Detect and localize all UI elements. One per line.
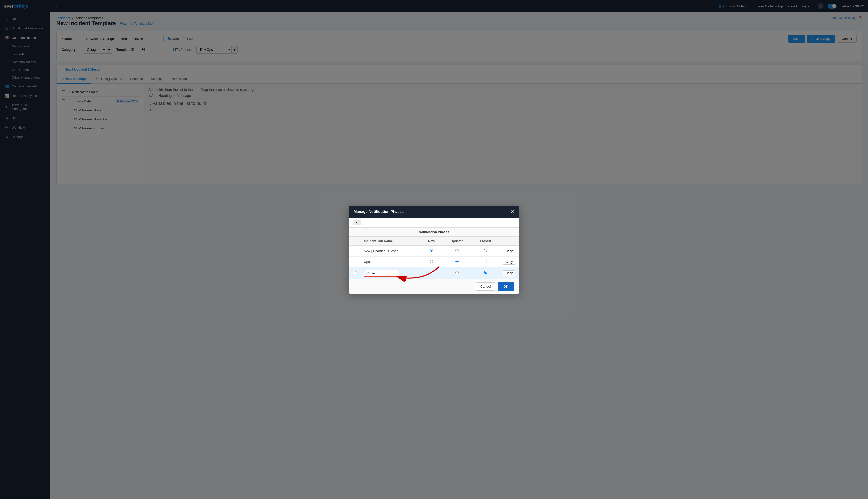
row2-closed-radio[interactable] (484, 260, 487, 263)
tab-add-section: + (349, 218, 519, 228)
table-row-new-updated-closed: New | Updated | Closed Copy (349, 245, 519, 256)
row1-new-radio-cell (421, 245, 442, 256)
add-tab-button[interactable]: + (352, 220, 361, 226)
row3-copy-button[interactable]: Copy (503, 270, 516, 276)
modal-close-button[interactable]: ✕ (510, 209, 514, 214)
th-new: New (421, 237, 442, 246)
modal-overlay[interactable]: Manage Notification Phases ✕ + Notificat… (0, 0, 868, 499)
th-copy (499, 237, 519, 246)
table-row-close: Copy (349, 267, 519, 279)
th-checkbox (349, 237, 360, 246)
row2-checkbox-cell (349, 256, 360, 267)
manage-notification-phases-modal: Manage Notification Phases ✕ + Notificat… (349, 206, 519, 294)
row3-new-radio[interactable] (430, 271, 433, 275)
row3-copy-cell: Copy (499, 267, 519, 279)
th-tab-name: Incident Tab Name (360, 237, 421, 246)
modal-body: + Notification Phases Incident Tab Name … (349, 218, 519, 279)
row1-checkbox-cell (349, 245, 360, 256)
row2-new-radio-cell (421, 256, 442, 267)
th-updated: Updated (442, 237, 472, 246)
row3-new-radio-cell (421, 267, 442, 279)
modal-header: Manage Notification Phases ✕ (349, 206, 519, 218)
row2-tab-name: Update (360, 256, 421, 267)
modal-title: Manage Notification Phases (354, 209, 404, 214)
row2-updated-radio-cell (442, 256, 472, 267)
row1-copy-cell: Copy (499, 245, 519, 256)
row1-copy-button[interactable]: Copy (503, 248, 516, 254)
table-row-update: Update Copy (349, 256, 519, 267)
phases-header: Notification Phases (349, 228, 519, 237)
row1-updated-radio-cell (442, 245, 472, 256)
row1-updated-radio[interactable] (455, 249, 459, 252)
row2-copy-cell: Copy (499, 256, 519, 267)
row1-tab-name: New | Updated | Closed (360, 245, 421, 256)
phases-table: Incident Tab Name New Updated Closed New… (349, 237, 519, 279)
row2-updated-radio[interactable] (455, 260, 459, 263)
row3-closed-radio-cell (472, 267, 499, 279)
row3-checkbox-cell (349, 267, 360, 279)
modal-footer: Cancel OK (349, 279, 519, 294)
row3-updated-radio-cell (442, 267, 472, 279)
row2-closed-radio-cell (472, 256, 499, 267)
row3-checkbox[interactable] (352, 271, 356, 275)
row2-new-radio[interactable] (430, 260, 433, 263)
row3-tab-name-input[interactable] (364, 270, 399, 277)
row3-tab-name-cell (360, 267, 421, 279)
row2-copy-button[interactable]: Copy (503, 259, 516, 265)
modal-cancel-button[interactable]: Cancel (476, 282, 495, 291)
row3-closed-radio[interactable] (484, 271, 487, 275)
row1-closed-radio[interactable] (484, 249, 487, 252)
row1-new-radio[interactable] (430, 249, 433, 252)
row1-closed-radio-cell (472, 245, 499, 256)
th-closed: Closed (472, 237, 499, 246)
modal-ok-button[interactable]: OK (498, 282, 514, 291)
row3-updated-radio[interactable] (455, 271, 459, 275)
phases-table-header-row: Incident Tab Name New Updated Closed (349, 237, 519, 246)
row2-checkbox[interactable] (352, 260, 356, 263)
